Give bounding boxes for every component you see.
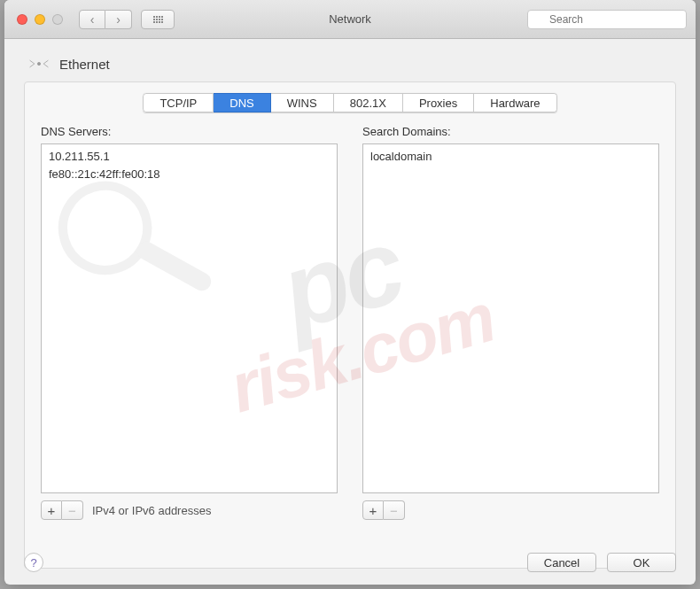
cancel-button[interactable]: Cancel <box>527 553 596 572</box>
section-title: Ethernet <box>59 57 110 72</box>
domains-add-remove: + − <box>362 500 405 520</box>
content-area: Ethernet TCP/IP DNS WINS 802.1X Proxies … <box>4 39 696 585</box>
svg-point-3 <box>53 176 158 281</box>
search-input[interactable] <box>527 10 687 29</box>
bottom-actions: ? Cancel OK <box>24 553 676 572</box>
search-wrap <box>527 10 687 29</box>
help-button[interactable]: ? <box>24 553 43 572</box>
tab-tcpip[interactable]: TCP/IP <box>143 93 214 112</box>
grid-icon <box>153 16 163 23</box>
close-window-button[interactable] <box>17 14 27 25</box>
tab-hardware[interactable]: Hardware <box>474 93 556 112</box>
dns-hint: IPv4 or IPv6 addresses <box>92 504 211 517</box>
tab-bar: TCP/IP DNS WINS 802.1X Proxies Hardware <box>41 93 659 112</box>
nav-back-forward: ‹ › <box>79 10 132 29</box>
search-domains-list[interactable]: localdomain <box>362 143 659 493</box>
tab-proxies[interactable]: Proxies <box>403 93 474 112</box>
ok-button[interactable]: OK <box>607 553 676 572</box>
tab-dns[interactable]: DNS <box>214 93 270 112</box>
settings-card: TCP/IP DNS WINS 802.1X Proxies Hardware … <box>24 81 676 569</box>
window-titlebar: ‹ › Network <box>4 0 696 39</box>
traffic-lights <box>17 14 63 25</box>
dns-add-remove: + − <box>41 500 83 520</box>
dns-remove-button: − <box>62 500 83 520</box>
search-domains-label: Search Domains: <box>362 125 659 138</box>
chevron-right-icon: › <box>116 12 121 27</box>
section-header: Ethernet <box>27 55 676 73</box>
forward-button[interactable]: › <box>105 10 132 29</box>
show-all-button[interactable] <box>141 10 175 29</box>
svg-point-2 <box>37 62 40 65</box>
tab-8021x[interactable]: 802.1X <box>334 93 403 112</box>
dns-add-button[interactable]: + <box>41 500 62 520</box>
svg-line-4 <box>146 238 202 294</box>
domains-add-button[interactable]: + <box>362 500 384 520</box>
ethernet-icon <box>27 55 51 73</box>
minimize-window-button[interactable] <box>35 14 45 25</box>
domains-remove-button: − <box>384 500 405 520</box>
preferences-window: ‹ › Network <box>4 0 696 585</box>
list-item[interactable]: 10.211.55.1 <box>49 148 330 166</box>
tabbar-group: TCP/IP DNS WINS 802.1X Proxies Hardware <box>143 93 556 112</box>
zoom-window-button <box>52 14 63 25</box>
dns-footer: + − IPv4 or IPv6 addresses <box>41 500 338 520</box>
dns-servers-label: DNS Servers: <box>41 125 338 138</box>
domains-footer: + − <box>362 500 659 520</box>
tab-wins[interactable]: WINS <box>271 93 334 112</box>
back-button[interactable]: ‹ <box>79 10 105 29</box>
action-buttons: Cancel OK <box>527 553 676 572</box>
search-domains-pane: Search Domains: localdomain + − <box>362 125 659 520</box>
chevron-left-icon: ‹ <box>90 12 95 27</box>
list-item[interactable]: localdomain <box>370 148 651 166</box>
